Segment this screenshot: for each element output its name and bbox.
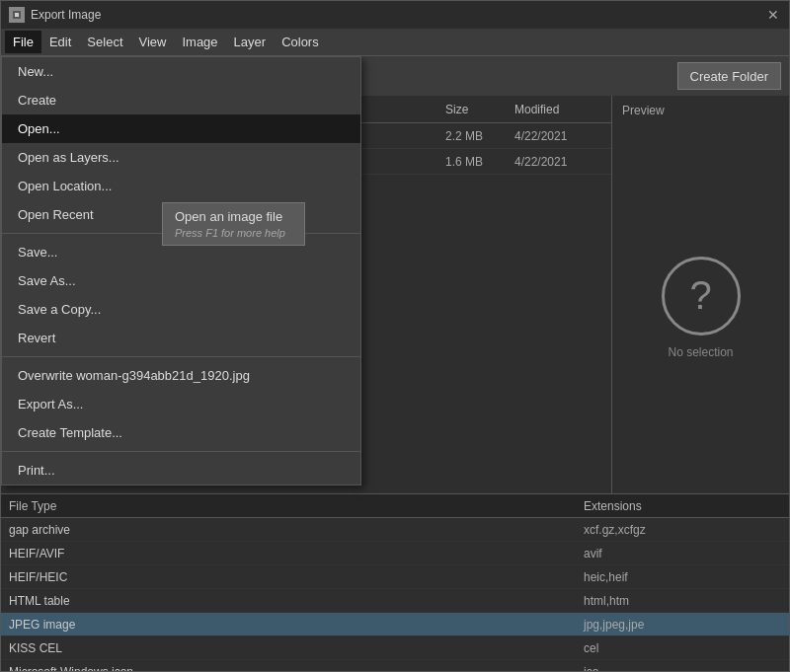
file-type-table-body: gap archive xcf.gz,xcfgz HEIF/AVIF avif … (1, 518, 789, 671)
menu-select[interactable]: Select (79, 31, 130, 53)
preview-panel: Preview ? No selection (611, 96, 789, 493)
header-extensions: Extensions (584, 499, 781, 513)
file-modified: 4/22/2021 (514, 155, 603, 169)
list-item[interactable]: JPEG image jpg,jpeg,jpe (1, 613, 789, 636)
preview-label: Preview (612, 96, 665, 121)
open-tooltip-hint: Press F1 for more help (175, 227, 292, 239)
header-file-type: File Type (9, 499, 584, 513)
menu-overwrite[interactable]: Overwrite woman-g394abb21d_1920.jpg (2, 361, 360, 390)
file-type-extensions: ico (584, 665, 781, 672)
file-type-name: HEIF/AVIF (9, 547, 584, 560)
menu-bar: File Edit Select View Image Layer Colors (1, 29, 789, 56)
file-type-extensions: avif (584, 547, 781, 560)
list-item[interactable]: gap archive xcf.gz,xcfgz (1, 518, 789, 542)
list-item[interactable]: HTML table html,htm (1, 589, 789, 613)
window: Export Image ✕ File Edit Select View Ima… (0, 0, 790, 672)
menu-print[interactable]: Print... (2, 456, 360, 485)
menu-open[interactable]: Open... (2, 114, 360, 143)
preview-image-area: ? No selection (612, 121, 789, 493)
menu-create[interactable]: Create (2, 86, 360, 114)
file-type-name: HEIF/HEIC (9, 570, 584, 584)
menu-edit[interactable]: Edit (41, 31, 79, 53)
list-item[interactable]: HEIF/AVIF avif (1, 542, 789, 565)
menu-revert[interactable]: Revert (2, 324, 360, 352)
file-type-name: Microsoft Windows icon (9, 665, 584, 672)
menu-view[interactable]: View (131, 31, 175, 53)
open-tooltip-title: Open an image file (175, 209, 292, 224)
file-type-extensions: xcf.gz,xcfgz (584, 523, 781, 537)
file-type-extensions: cel (584, 641, 781, 655)
menu-open-layers[interactable]: Open as Layers... (2, 143, 360, 172)
window-title: Export Image (31, 8, 101, 22)
svg-rect-2 (15, 13, 19, 17)
title-bar: Export Image ✕ (1, 1, 789, 29)
create-folder-button[interactable]: Create Folder (677, 62, 781, 90)
file-modified: 4/22/2021 (514, 129, 603, 143)
file-type-name: HTML table (9, 594, 584, 608)
list-item[interactable]: HEIF/HEIC heic,heif (1, 565, 789, 589)
preview-no-selection-text: No selection (668, 345, 733, 359)
file-menu-dropdown: New... Create Open... Open as Layers... … (1, 56, 361, 485)
menu-file[interactable]: File (5, 31, 41, 53)
menu-image[interactable]: Image (174, 31, 225, 53)
list-item[interactable]: KISS CEL cel (1, 636, 789, 660)
title-bar-left: Export Image (9, 7, 101, 23)
menu-open-location[interactable]: Open Location... (2, 172, 360, 200)
menu-new[interactable]: New... (2, 57, 360, 86)
menu-export-as[interactable]: Export As... (2, 390, 360, 418)
file-type-extensions: html,htm (584, 594, 781, 608)
menu-colors[interactable]: Colors (274, 31, 327, 53)
file-size: 1.6 MB (445, 155, 514, 169)
file-type-name: gap archive (9, 523, 584, 537)
menu-save-as[interactable]: Save As... (2, 266, 360, 295)
file-type-name: JPEG image (9, 618, 584, 632)
file-type-header: File Type Extensions (1, 494, 789, 518)
menu-create-template[interactable]: Create Template... (2, 418, 360, 447)
main-content: Create Folder ⌃ Size Modified 2.2 MB 4/2 (1, 56, 789, 671)
app-icon (9, 7, 25, 23)
open-tooltip: Open an image file Press F1 for more hel… (162, 202, 305, 246)
list-item[interactable]: Microsoft Windows icon ico (1, 660, 789, 671)
file-type-name: KISS CEL (9, 641, 584, 655)
header-size[interactable]: Size (445, 103, 514, 116)
close-button[interactable]: ✕ (765, 7, 781, 23)
file-type-extensions: jpg,jpeg,jpe (584, 618, 781, 632)
separator (2, 356, 360, 357)
preview-question-mark: ? (662, 257, 741, 336)
menu-layer[interactable]: Layer (226, 31, 275, 53)
separator (2, 451, 360, 452)
file-type-table: File Type Extensions gap archive xcf.gz,… (1, 493, 789, 671)
file-type-extensions: heic,heif (584, 570, 781, 584)
header-modified[interactable]: Modified (514, 103, 603, 116)
file-size: 2.2 MB (445, 129, 514, 143)
menu-save-copy[interactable]: Save a Copy... (2, 295, 360, 324)
